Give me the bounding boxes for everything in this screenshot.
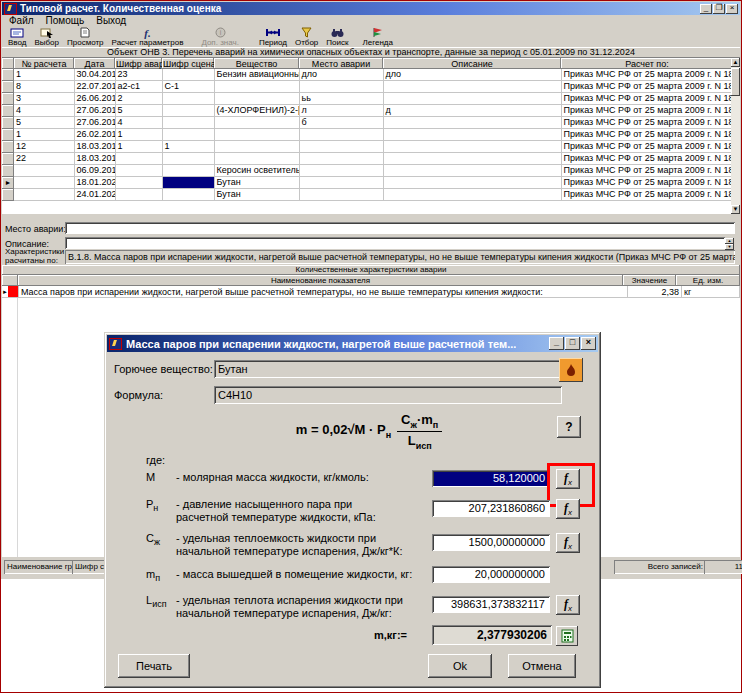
cell-substance[interactable]: Бутан [214, 177, 299, 189]
toolbar-period-button[interactable]: Период [255, 26, 291, 47]
cell-num[interactable]: 8 [14, 81, 74, 93]
cell-num[interactable]: 4 [14, 105, 74, 117]
cell-date[interactable]: 26.02.2013 [74, 129, 115, 141]
cell-date[interactable]: 06.09.2017 [74, 165, 115, 177]
cell-substance[interactable] [214, 153, 299, 165]
cell-scenario[interactable]: 1 [162, 141, 214, 153]
cell-num[interactable]: 3 [14, 93, 74, 105]
cell-date[interactable]: 26.06.2012 [74, 93, 115, 105]
cell-descr[interactable] [383, 165, 561, 177]
fx-button[interactable]: fx [556, 499, 580, 519]
cell-code[interactable] [115, 177, 162, 189]
toolbar-legend-button[interactable]: Легенда [359, 26, 397, 47]
toolbar-select-button[interactable]: Выбор [30, 26, 63, 47]
calculator-button[interactable] [556, 626, 578, 646]
cell-calc[interactable]: Приказ МЧС РФ от 25 марта 2009 г. N 182,… [561, 129, 733, 141]
cell-calc[interactable]: Приказ МЧС РФ от 25 марта 2009 г. N 182,… [561, 117, 733, 129]
cell-code[interactable] [115, 189, 162, 201]
cell-code[interactable] [115, 165, 162, 177]
cell-num[interactable] [14, 165, 74, 177]
cell-descr[interactable] [383, 93, 561, 105]
toolbar-view-button[interactable]: Просмотр [63, 26, 108, 47]
cell-substance[interactable] [214, 93, 299, 105]
col-header-descr[interactable]: Описание [383, 58, 561, 69]
cell-descr[interactable] [383, 129, 561, 141]
col-header-code[interactable]: Шифр аварии [115, 58, 162, 69]
print-button[interactable]: Печать [118, 654, 190, 678]
cell-descr[interactable] [383, 117, 561, 129]
cell-calc[interactable]: Приказ МЧС РФ от 25 марта 2009 г. N 182,… [561, 153, 733, 165]
menu-file[interactable]: Файл [4, 15, 39, 26]
table-row[interactable]: 1 26.02.2013 1 Приказ МЧС РФ от 25 марта… [2, 129, 733, 141]
dialog-titlebar[interactable]: Масса паров при испарении жидкости, нагр… [107, 335, 598, 352]
cell-scenario[interactable] [162, 153, 214, 165]
cell-descr[interactable] [383, 177, 561, 189]
cell-code[interactable]: 2 [115, 93, 162, 105]
table-row[interactable]: 1 30.04.2010 23 Бензин авиационный Б-70 … [2, 69, 733, 81]
cell-place[interactable] [299, 141, 383, 153]
cell-code[interactable]: 4 [115, 117, 162, 129]
cell-place[interactable] [299, 81, 383, 93]
released-mass-input[interactable]: 20,000000000 [432, 566, 550, 583]
cell-code[interactable]: 1 [115, 141, 162, 153]
vapor-pressure-input[interactable]: 207,231860860 [432, 500, 550, 517]
table-row[interactable]: ► 18.01.2023 Бутан Приказ МЧС РФ от 25 м… [2, 177, 733, 189]
col-header-num[interactable]: № расчета [14, 58, 74, 69]
table-row[interactable]: 3 26.06.2012 2 ьь Приказ МЧС РФ от 25 ма… [2, 93, 733, 105]
cell-code[interactable] [115, 153, 162, 165]
cell-num[interactable]: 5 [14, 117, 74, 129]
quant-col-unit[interactable]: Ед. изм. [676, 275, 740, 286]
cell-substance[interactable]: Бензин авиационный Б-70 (Г [214, 69, 299, 81]
cell-date[interactable]: 18.03.2013 [74, 141, 115, 153]
cell-scenario[interactable] [162, 93, 214, 105]
cell-calc[interactable]: Приказ МЧС РФ от 25 марта 2009 г. N 182,… [561, 177, 733, 189]
cell-substance[interactable] [214, 141, 299, 153]
cell-substance[interactable] [214, 81, 299, 93]
cell-scenario[interactable]: С-1 [162, 81, 214, 93]
toolbar-input-button[interactable]: Ввод [4, 26, 30, 47]
place-input[interactable] [65, 222, 735, 234]
cell-num[interactable]: 1 [14, 69, 74, 81]
cell-place[interactable] [299, 165, 383, 177]
quant-col-name[interactable]: Наименование показателя [18, 275, 623, 286]
col-header-calc[interactable]: Расчет по: [561, 58, 733, 69]
cell-scenario[interactable] [162, 69, 214, 81]
cell-place[interactable] [299, 189, 383, 201]
cell-place[interactable] [299, 153, 383, 165]
descr-input[interactable] [65, 237, 725, 249]
cancel-button[interactable]: Отмена [508, 654, 576, 678]
cell-substance[interactable]: Керосин осветительный [214, 165, 299, 177]
cell-descr[interactable] [383, 141, 561, 153]
cell-place[interactable]: дло [299, 69, 383, 81]
cell-date[interactable]: 30.04.2010 [74, 69, 115, 81]
toolbar-search-button[interactable]: Поиск [322, 26, 352, 47]
col-header-substance[interactable]: Вещество [214, 58, 299, 69]
cell-substance[interactable] [214, 117, 299, 129]
cell-descr[interactable]: дло [383, 69, 561, 81]
cell-calc[interactable]: Приказ МЧС РФ от 25 марта 2009 г. N 182,… [561, 69, 733, 81]
quant-data-row[interactable]: ► Масса паров при испарении жидкости, на… [2, 286, 740, 298]
formula-field[interactable]: C4H10 [214, 386, 562, 404]
evaporation-heat-input[interactable]: 398631,373832117 [432, 596, 550, 613]
cell-descr[interactable] [383, 81, 561, 93]
cell-code[interactable]: 5 [115, 105, 162, 117]
dialog-close-button[interactable]: × [581, 337, 596, 350]
cell-calc[interactable]: Приказ МЧС РФ от 25 марта 2009 г. N 182,… [561, 165, 733, 177]
cell-calc[interactable]: Приказ МЧС РФ от 25 марта 2009 г. N 182,… [561, 189, 733, 201]
cell-num[interactable]: 22 [14, 153, 74, 165]
flame-button[interactable] [559, 358, 583, 382]
cell-scenario[interactable] [162, 117, 214, 129]
cell-num[interactable]: 1 [14, 129, 74, 141]
fx-button[interactable]: fx [556, 533, 580, 553]
cell-place[interactable] [299, 177, 383, 189]
help-button[interactable]: ? [557, 416, 581, 438]
dialog-maximize-button[interactable]: □ [565, 337, 580, 350]
quant-col-value[interactable]: Значение [623, 275, 676, 286]
cell-calc[interactable]: Приказ МЧС РФ от 25 марта 2009 г. N 182,… [561, 141, 733, 153]
table-row[interactable]: 06.09.2017 Керосин осветительный Приказ … [2, 165, 733, 177]
table-row[interactable]: 5 27.06.2012 4 б Приказ МЧС РФ от 25 мар… [2, 117, 733, 129]
cell-date[interactable]: 24.01.2023 [74, 189, 115, 201]
cell-date[interactable]: 18.01.2023 [74, 177, 115, 189]
close-button[interactable]: × [726, 4, 738, 14]
vertical-scrollbar[interactable]: ▲ ▼ [731, 58, 740, 214]
